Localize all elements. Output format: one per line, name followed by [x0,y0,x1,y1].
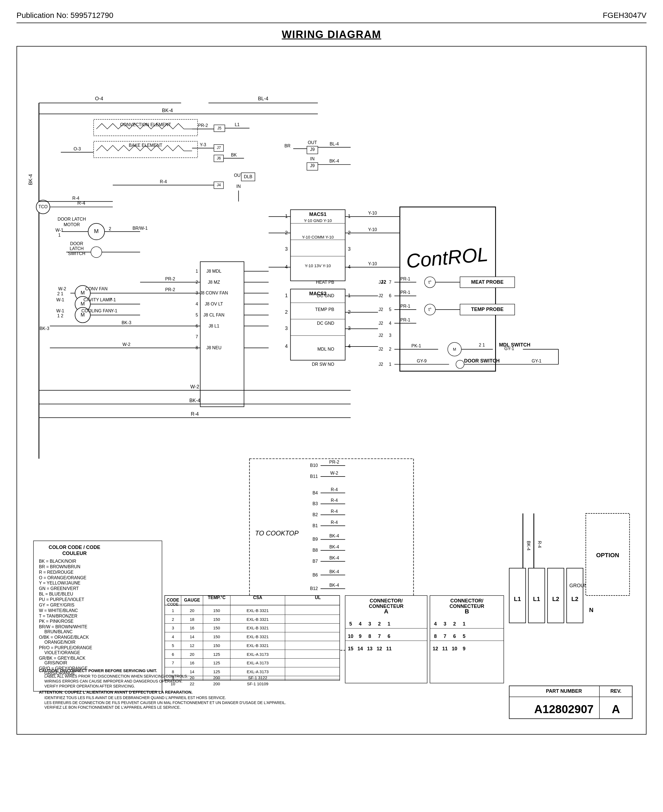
svg-text:GRIS/NOIR: GRIS/NOIR [44,661,67,665]
svg-text:M: M [81,290,85,295]
svg-text:R-4: R-4 [331,498,338,503]
model-number: FGEH3047V [603,11,647,20]
svg-text:CODE: CODE [167,598,179,602]
svg-text:TO COOKTOP: TO COOKTOP [255,529,299,537]
svg-text:4: 4 [359,621,362,627]
svg-text:13: 13 [367,646,373,652]
svg-text:PK-1: PK-1 [411,344,421,348]
svg-text:MDL SWITCH: MDL SWITCH [499,342,530,348]
svg-text:WIRINGS ERRORS CAN CAUSE IMPRO: WIRINGS ERRORS CAN CAUSE IMPROPER AND DA… [44,679,182,683]
svg-text:J7: J7 [217,146,221,150]
svg-text:PR-1: PR-1 [401,318,410,322]
svg-text:LABEL ALL WIRES PRIOR TO DISCO: LABEL ALL WIRES PRIOR TO DISCONNECTION W… [44,674,188,678]
svg-text:GY = GREY/GRIS: GY = GREY/GRIS [39,603,74,607]
svg-text:BRUN/BLANC: BRUN/BLANC [44,629,73,634]
svg-text:J2: J2 [378,321,383,326]
svg-text:11: 11 [442,646,448,652]
svg-text:4: 4 [389,321,391,326]
svg-text:5: 5 [172,643,174,648]
svg-text:1  2: 1 2 [57,313,63,318]
svg-text:1: 1 [389,362,391,366]
svg-text:LES ERREURS DE CONNECTION DE F: LES ERREURS DE CONNECTION DE FILS PEUVEN… [44,700,286,705]
svg-text:OUT: OUT [308,140,317,145]
svg-text:TCO: TCO [39,204,48,209]
svg-text:B4: B4 [312,491,318,495]
svg-text:150: 150 [213,617,220,622]
svg-text:UL: UL [315,595,321,600]
svg-text:Y-10: Y-10 [368,211,377,216]
svg-text:1: 1 [172,608,174,613]
svg-text:W-2: W-2 [330,471,338,475]
svg-text:3: 3 [369,621,371,627]
svg-text:DOOR: DOOR [70,241,83,246]
svg-text:200: 200 [213,682,220,686]
svg-text:Y-10: Y-10 [368,261,377,266]
svg-text:18: 18 [190,617,194,622]
svg-text:BL-4: BL-4 [330,142,339,146]
svg-text:BL = BLUE/BLEU: BL = BLUE/BLEU [39,592,73,596]
svg-text:4: 4 [348,344,351,349]
svg-text:3: 3 [285,246,288,252]
svg-text:GR/BK = GREY/BLACK: GR/BK = GREY/BLACK [39,656,85,661]
svg-text:SF-1  3122: SF-1 3122 [248,676,267,680]
svg-text:R-4: R-4 [331,520,338,525]
svg-text:L1: L1 [235,122,240,127]
svg-text:2  1: 2 1 [479,343,485,347]
svg-text:J2: J2 [378,293,383,298]
svg-text:B1: B1 [312,524,318,528]
svg-text:8: 8 [172,669,174,674]
svg-text:15: 15 [348,646,353,652]
svg-text:125: 125 [213,652,220,656]
svg-text:200: 200 [213,676,220,680]
svg-rect-61 [201,262,244,407]
svg-text:L1: L1 [533,595,540,602]
svg-text:2: 2 [285,309,288,315]
svg-text:J4: J4 [217,183,221,187]
svg-text:J8 L1: J8 L1 [209,324,219,328]
svg-text:2: 2 [109,227,111,231]
svg-text:J2: J2 [378,362,383,366]
svg-text:Y-3: Y-3 [200,143,206,147]
svg-text:B: B [464,608,469,615]
svg-text:BK-4: BK-4 [526,541,531,550]
svg-text:BK-3: BK-3 [40,326,49,331]
svg-text:T-1: T-1 [110,297,116,302]
svg-text:BK-4: BK-4 [28,174,33,185]
svg-text:BK-4: BK-4 [330,569,339,574]
svg-text:6: 6 [389,293,391,298]
svg-text:VERIFIEZ LE BON FONCTIONNEMENT: VERIFIEZ LE BON FONCTIONNEMENT DE L'APPA… [44,705,181,710]
svg-text:1: 1 [196,269,198,274]
svg-text:10: 10 [348,634,353,639]
svg-text:BR/W = BROWN/WHITE: BR/W = BROWN/WHITE [39,624,87,629]
svg-text:B2: B2 [312,512,318,517]
svg-text:12: 12 [433,646,438,652]
svg-text:EXL-B 3321: EXL-B 3321 [247,608,268,613]
svg-text:B12: B12 [310,586,318,591]
svg-text:Y  = YELLOW/JAUNE: Y = YELLOW/JAUNE [39,581,80,585]
svg-text:PR-2: PR-2 [165,277,175,281]
svg-text:7: 7 [378,634,381,639]
svg-text:22: 22 [190,682,194,686]
svg-text:IN: IN [310,156,315,161]
svg-text:BK: BK [231,152,237,157]
svg-text:6: 6 [453,634,456,639]
svg-text:4: 4 [434,621,437,627]
svg-text:J6: J6 [217,156,221,160]
svg-text:6: 6 [172,652,174,656]
header: Publication No: 5995712790 FGEH3047V [16,11,647,20]
wiring-diagram-svg: O-4 BL-4 BK-4 BK-4 TCO R-4 CONVECTION EL… [17,47,646,734]
svg-text:PR-2: PR-2 [329,460,339,464]
svg-text:CONVECTION ELEMENT: CONVECTION ELEMENT [120,122,171,127]
svg-text:R  = RED/ROUGE: R = RED/ROUGE [39,570,73,575]
svg-text:DC GND: DC GND [317,321,335,326]
svg-text:PR-1: PR-1 [401,277,410,281]
svg-text:L2: L2 [552,595,559,602]
svg-text:BK-4: BK-4 [330,556,339,560]
svg-text:12: 12 [377,646,382,652]
svg-text:2: 2 [453,621,456,627]
svg-text:7: 7 [172,661,174,665]
svg-text:9: 9 [359,634,362,639]
svg-text:R-4: R-4 [73,196,79,201]
svg-text:t°: t° [429,307,432,312]
svg-text:TEMP.°C: TEMP.°C [208,595,226,600]
